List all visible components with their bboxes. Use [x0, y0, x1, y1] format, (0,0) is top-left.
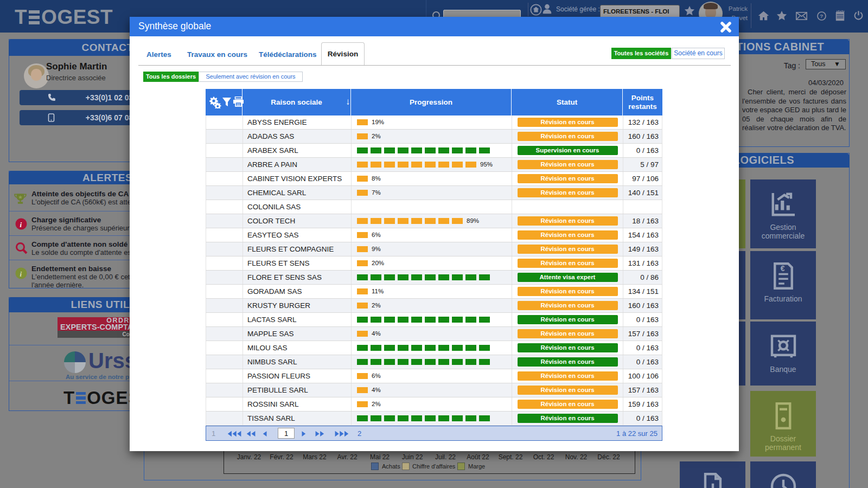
svg-text:?: ?	[820, 13, 823, 19]
svg-text:i: i	[20, 221, 22, 229]
svg-text:€: €	[780, 264, 784, 273]
svg-text:i: i	[20, 270, 22, 278]
